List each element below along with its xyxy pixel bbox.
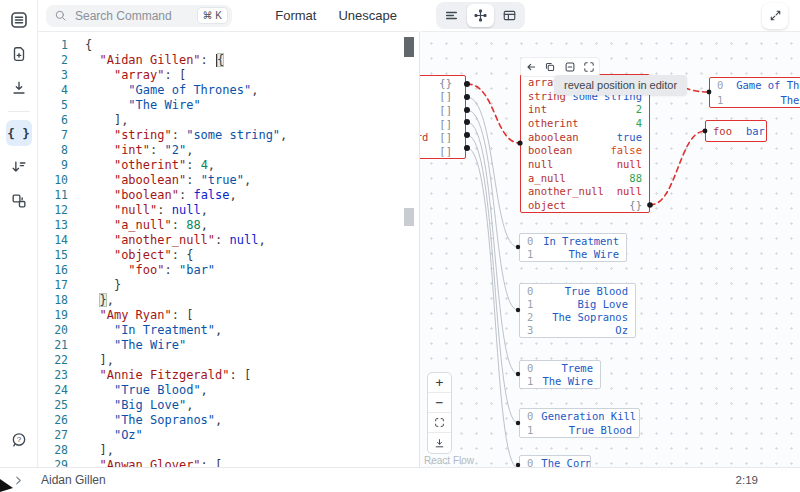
graph-node-amy[interactable]: 0In Treatment1The Wire bbox=[519, 233, 627, 262]
node-row: abooleantrue bbox=[521, 130, 649, 144]
line-number: 24 bbox=[38, 383, 68, 398]
code-line: 22 ], bbox=[38, 353, 419, 368]
mouse-cursor bbox=[0, 476, 16, 492]
transform-icon[interactable] bbox=[6, 188, 32, 214]
panel-divider bbox=[419, 32, 420, 467]
line-number: 3 bbox=[38, 68, 68, 83]
code-line: 26 "The Sopranos", bbox=[38, 413, 419, 428]
code-line: 8 "int": "2", bbox=[38, 143, 419, 158]
format-button[interactable]: Format bbox=[275, 8, 316, 23]
code-line: 6 ], bbox=[38, 113, 419, 128]
code-line: 25 "Big Love", bbox=[38, 398, 419, 413]
zoom-controls: + − bbox=[427, 372, 452, 454]
back-icon[interactable] bbox=[523, 59, 539, 75]
left-sidebar: { } ? bbox=[0, 0, 38, 467]
line-number: 10 bbox=[38, 173, 68, 188]
editor-header: ⌘ K Format Unescape bbox=[38, 0, 419, 32]
graph-node-anwan[interactable]: 0Treme1The Wire bbox=[519, 360, 601, 389]
code-line: 5 "The Wire" bbox=[38, 98, 419, 113]
search-input[interactable] bbox=[73, 8, 192, 24]
search-command-box[interactable]: ⌘ K bbox=[46, 5, 232, 27]
graph-node-alice[interactable]: 0The Corner bbox=[519, 455, 591, 467]
line-number: 28 bbox=[38, 443, 68, 458]
code-line: 11 "boolean": false, bbox=[38, 188, 419, 203]
code-line: 14 "another_null": null, bbox=[38, 233, 419, 248]
line-number: 7 bbox=[38, 128, 68, 143]
code-line: 29 "Anwan Glover": [ bbox=[38, 458, 419, 467]
fullscreen-button[interactable] bbox=[762, 3, 788, 29]
download-icon[interactable] bbox=[6, 75, 32, 101]
help-icon[interactable]: ? bbox=[6, 427, 32, 453]
json-editor-tab-icon[interactable]: { } bbox=[6, 120, 32, 146]
text-view-icon[interactable] bbox=[438, 4, 465, 27]
search-icon bbox=[54, 9, 67, 22]
graph-canvas[interactable]: {}[][][]rd[][]arraystringsome stringint2… bbox=[420, 32, 800, 467]
line-number: 20 bbox=[38, 323, 68, 338]
line-number: 9 bbox=[38, 158, 68, 173]
node-row: foobar bbox=[706, 121, 766, 141]
unescape-button[interactable]: Unescape bbox=[338, 8, 397, 23]
table-view-icon[interactable] bbox=[496, 4, 523, 27]
zoom-in-button[interactable]: + bbox=[428, 373, 451, 393]
focus-node-icon[interactable] bbox=[581, 59, 597, 75]
app-window: { } ? ⌘ K bbox=[0, 0, 800, 492]
code-line: 20 "In Treatment", bbox=[38, 323, 419, 338]
graph-node-annie[interactable]: 0True Blood1Big Love2The Sopranos3Oz bbox=[519, 283, 636, 338]
sort-icon[interactable] bbox=[6, 154, 32, 180]
view-switcher bbox=[436, 2, 525, 29]
node-row: otherint4 bbox=[521, 116, 649, 130]
fit-view-button[interactable] bbox=[428, 413, 451, 433]
line-number: 13 bbox=[38, 218, 68, 233]
collapse-node-icon[interactable] bbox=[562, 59, 578, 75]
node-row: [] bbox=[420, 144, 465, 158]
line-number: 19 bbox=[38, 308, 68, 323]
graph-node-foo[interactable]: foobar bbox=[705, 120, 767, 142]
json-code-editor[interactable]: 1{2 "Aidan Gillen": {3 "array": [4 "Game… bbox=[38, 32, 419, 467]
graph-node-got[interactable]: 0Game of Thrones1The Wire bbox=[709, 77, 800, 108]
cursor-position: 2:19 bbox=[736, 474, 758, 486]
line-number: 12 bbox=[38, 203, 68, 218]
node-row: 0The Corner bbox=[520, 456, 590, 467]
zoom-out-button[interactable]: − bbox=[428, 393, 451, 413]
node-row: 3Oz bbox=[520, 324, 635, 337]
code-line: 1{ bbox=[38, 38, 419, 53]
graph-node-alex[interactable]: 0Generation Kill1True Blood bbox=[519, 408, 640, 438]
code-line: 12 "null": null, bbox=[38, 203, 419, 218]
node-row: object{} bbox=[521, 198, 649, 212]
search-shortcut-badge: ⌘ K bbox=[198, 8, 227, 23]
code-line: 4 "Game of Thrones", bbox=[38, 83, 419, 98]
download-image-button[interactable] bbox=[428, 433, 451, 453]
code-line: 18 }, bbox=[38, 293, 419, 308]
graph-header bbox=[420, 0, 800, 32]
tooltip: reveal position in editor bbox=[554, 75, 687, 95]
node-row: rd[] bbox=[420, 131, 465, 145]
line-number: 26 bbox=[38, 413, 68, 428]
node-row: {} bbox=[420, 76, 465, 90]
app-logo-icon[interactable] bbox=[6, 7, 32, 33]
line-number: 2 bbox=[38, 53, 68, 68]
node-toolbar bbox=[520, 57, 600, 77]
code-line: 9 "otherint": 4, bbox=[38, 158, 419, 173]
graph-view-icon[interactable] bbox=[467, 4, 494, 27]
line-number: 18 bbox=[38, 293, 68, 308]
node-row: 0Game of Thrones bbox=[710, 78, 800, 93]
line-number: 17 bbox=[38, 278, 68, 293]
graph-node-root[interactable]: {}[][][]rd[][] bbox=[420, 75, 466, 159]
line-number: 5 bbox=[38, 98, 68, 113]
code-line: 16 "foo": "bar" bbox=[38, 263, 419, 278]
line-number: 15 bbox=[38, 248, 68, 263]
editor-overview-mark bbox=[404, 208, 414, 226]
node-row: 0Generation Kill bbox=[520, 409, 639, 423]
line-number: 1 bbox=[38, 38, 68, 53]
copy-icon[interactable] bbox=[542, 59, 558, 75]
new-document-icon[interactable] bbox=[6, 41, 32, 67]
line-number: 29 bbox=[38, 458, 68, 467]
editor-scrollbar-thumb[interactable] bbox=[404, 37, 414, 57]
code-line: 3 "array": [ bbox=[38, 68, 419, 83]
code-line: 24 "True Blood", bbox=[38, 383, 419, 398]
node-row: 1The Wire bbox=[520, 375, 600, 389]
node-row: [] bbox=[420, 90, 465, 104]
node-row: a_null88 bbox=[521, 171, 649, 185]
node-row: 1True Blood bbox=[520, 423, 639, 437]
react-flow-attribution: React Flow bbox=[424, 455, 474, 466]
